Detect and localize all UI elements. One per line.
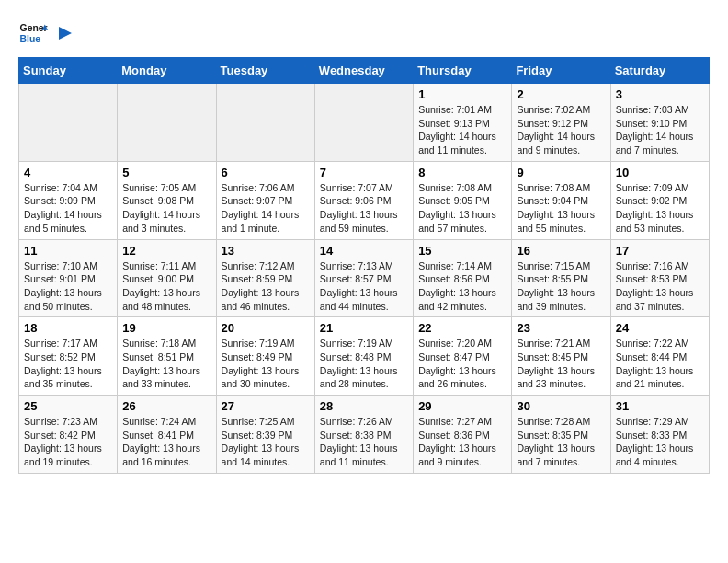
day-number: 4 (24, 166, 112, 179)
day-info: Sunrise: 7:14 AMSunset: 8:56 PMDaylight:… (418, 259, 506, 314)
header-tuesday: Tuesday (216, 58, 314, 84)
calendar-cell: 27Sunrise: 7:25 AMSunset: 8:39 PMDayligh… (216, 396, 314, 474)
day-number: 2 (517, 87, 605, 101)
day-number: 13 (222, 244, 310, 258)
day-number: 10 (616, 166, 704, 179)
day-number: 11 (24, 244, 112, 258)
day-info: Sunrise: 7:21 AMSunset: 8:45 PMDaylight:… (517, 337, 605, 391)
day-info: Sunrise: 7:22 AMSunset: 8:44 PMDaylight:… (616, 337, 704, 391)
calendar-cell: 30Sunrise: 7:28 AMSunset: 8:35 PMDayligh… (512, 396, 610, 474)
svg-text:Blue: Blue (20, 34, 41, 44)
day-info: Sunrise: 7:03 AMSunset: 9:10 PMDaylight:… (616, 103, 704, 157)
day-number: 29 (418, 399, 506, 413)
day-info: Sunrise: 7:13 AMSunset: 8:57 PMDaylight:… (320, 259, 408, 314)
calendar-cell: 19Sunrise: 7:18 AMSunset: 8:51 PMDayligh… (118, 317, 216, 396)
day-number: 18 (24, 321, 112, 335)
logo: General Blue (18, 18, 72, 48)
day-number: 25 (24, 399, 112, 413)
day-info: Sunrise: 7:28 AMSunset: 8:35 PMDaylight:… (517, 415, 605, 469)
day-number: 21 (320, 321, 408, 335)
day-info: Sunrise: 7:23 AMSunset: 8:42 PMDaylight:… (24, 415, 112, 469)
day-info: Sunrise: 7:24 AMSunset: 8:41 PMDaylight:… (122, 415, 210, 469)
calendar-cell: 1Sunrise: 7:01 AMSunset: 9:13 PMDaylight… (414, 84, 512, 162)
calendar-header-row: SundayMondayTuesdayWednesdayThursdayFrid… (19, 58, 710, 84)
calendar-cell: 16Sunrise: 7:15 AMSunset: 8:55 PMDayligh… (512, 239, 610, 317)
logo-triangle-icon (55, 25, 72, 41)
day-info: Sunrise: 7:20 AMSunset: 8:47 PMDaylight:… (418, 337, 506, 391)
header-wednesday: Wednesday (314, 58, 413, 84)
calendar-cell: 14Sunrise: 7:13 AMSunset: 8:57 PMDayligh… (314, 239, 413, 317)
day-number: 6 (222, 166, 310, 179)
day-number: 16 (517, 244, 605, 258)
calendar-cell: 10Sunrise: 7:09 AMSunset: 9:02 PMDayligh… (610, 161, 709, 239)
logo-icon: General Blue (18, 18, 48, 48)
day-info: Sunrise: 7:08 AMSunset: 9:04 PMDaylight:… (517, 181, 605, 236)
day-number: 9 (517, 166, 605, 179)
calendar-week-1: 1Sunrise: 7:01 AMSunset: 9:13 PMDaylight… (19, 84, 710, 162)
day-info: Sunrise: 7:05 AMSunset: 9:08 PMDaylight:… (122, 181, 210, 236)
calendar-cell: 6Sunrise: 7:06 AMSunset: 9:07 PMDaylight… (216, 161, 314, 239)
day-info: Sunrise: 7:12 AMSunset: 8:59 PMDaylight:… (222, 259, 310, 314)
day-info: Sunrise: 7:27 AMSunset: 8:36 PMDaylight:… (418, 415, 506, 469)
day-info: Sunrise: 7:25 AMSunset: 8:39 PMDaylight:… (222, 415, 310, 469)
calendar-cell: 21Sunrise: 7:19 AMSunset: 8:48 PMDayligh… (314, 317, 413, 396)
day-number: 19 (122, 321, 210, 335)
calendar-cell: 11Sunrise: 7:10 AMSunset: 9:01 PMDayligh… (19, 239, 118, 317)
day-info: Sunrise: 7:29 AMSunset: 8:33 PMDaylight:… (616, 415, 704, 469)
calendar-week-4: 18Sunrise: 7:17 AMSunset: 8:52 PMDayligh… (19, 317, 710, 396)
calendar-cell: 31Sunrise: 7:29 AMSunset: 8:33 PMDayligh… (610, 396, 709, 474)
calendar-cell: 23Sunrise: 7:21 AMSunset: 8:45 PMDayligh… (512, 317, 610, 396)
calendar-week-2: 4Sunrise: 7:04 AMSunset: 9:09 PMDaylight… (19, 161, 710, 239)
day-number: 12 (122, 244, 210, 258)
calendar-cell: 26Sunrise: 7:24 AMSunset: 8:41 PMDayligh… (118, 396, 216, 474)
day-number: 3 (616, 87, 704, 101)
day-number: 22 (418, 321, 506, 335)
calendar-cell: 29Sunrise: 7:27 AMSunset: 8:36 PMDayligh… (414, 396, 512, 474)
day-info: Sunrise: 7:07 AMSunset: 9:06 PMDaylight:… (320, 181, 408, 236)
header-sunday: Sunday (19, 58, 118, 84)
calendar-week-5: 25Sunrise: 7:23 AMSunset: 8:42 PMDayligh… (19, 396, 710, 474)
day-number: 30 (517, 399, 605, 413)
day-info: Sunrise: 7:15 AMSunset: 8:55 PMDaylight:… (517, 259, 605, 314)
header-monday: Monday (118, 58, 216, 84)
calendar-cell: 17Sunrise: 7:16 AMSunset: 8:53 PMDayligh… (610, 239, 709, 317)
svg-marker-3 (59, 27, 72, 40)
calendar-cell: 8Sunrise: 7:08 AMSunset: 9:05 PMDaylight… (414, 161, 512, 239)
day-info: Sunrise: 7:26 AMSunset: 8:38 PMDaylight:… (320, 415, 408, 469)
day-info: Sunrise: 7:19 AMSunset: 8:49 PMDaylight:… (222, 337, 310, 391)
day-number: 14 (320, 244, 408, 258)
header-saturday: Saturday (610, 58, 709, 84)
calendar-cell: 4Sunrise: 7:04 AMSunset: 9:09 PMDaylight… (19, 161, 118, 239)
day-info: Sunrise: 7:06 AMSunset: 9:07 PMDaylight:… (222, 181, 310, 236)
day-number: 31 (616, 399, 704, 413)
calendar-cell: 12Sunrise: 7:11 AMSunset: 9:00 PMDayligh… (118, 239, 216, 317)
day-info: Sunrise: 7:02 AMSunset: 9:12 PMDaylight:… (517, 103, 605, 157)
calendar-cell (314, 84, 413, 162)
calendar-cell: 28Sunrise: 7:26 AMSunset: 8:38 PMDayligh… (314, 396, 413, 474)
calendar-cell: 7Sunrise: 7:07 AMSunset: 9:06 PMDaylight… (314, 161, 413, 239)
day-number: 23 (517, 321, 605, 335)
calendar-cell: 25Sunrise: 7:23 AMSunset: 8:42 PMDayligh… (19, 396, 118, 474)
day-number: 17 (616, 244, 704, 258)
calendar-cell: 18Sunrise: 7:17 AMSunset: 8:52 PMDayligh… (19, 317, 118, 396)
calendar-cell (19, 84, 118, 162)
header-thursday: Thursday (414, 58, 512, 84)
calendar-cell: 20Sunrise: 7:19 AMSunset: 8:49 PMDayligh… (216, 317, 314, 396)
header-friday: Friday (512, 58, 610, 84)
calendar-cell: 9Sunrise: 7:08 AMSunset: 9:04 PMDaylight… (512, 161, 610, 239)
day-number: 1 (418, 87, 506, 101)
day-number: 28 (320, 399, 408, 413)
day-info: Sunrise: 7:16 AMSunset: 8:53 PMDaylight:… (616, 259, 704, 314)
day-info: Sunrise: 7:08 AMSunset: 9:05 PMDaylight:… (418, 181, 506, 236)
calendar-table: SundayMondayTuesdayWednesdayThursdayFrid… (18, 57, 710, 474)
calendar-cell: 5Sunrise: 7:05 AMSunset: 9:08 PMDaylight… (118, 161, 216, 239)
day-info: Sunrise: 7:10 AMSunset: 9:01 PMDaylight:… (24, 259, 112, 314)
page-header: General Blue (18, 18, 710, 48)
day-number: 15 (418, 244, 506, 258)
day-info: Sunrise: 7:19 AMSunset: 8:48 PMDaylight:… (320, 337, 408, 391)
day-number: 5 (122, 166, 210, 179)
calendar-week-3: 11Sunrise: 7:10 AMSunset: 9:01 PMDayligh… (19, 239, 710, 317)
day-info: Sunrise: 7:11 AMSunset: 9:00 PMDaylight:… (122, 259, 210, 314)
day-info: Sunrise: 7:09 AMSunset: 9:02 PMDaylight:… (616, 181, 704, 236)
day-info: Sunrise: 7:04 AMSunset: 9:09 PMDaylight:… (24, 181, 112, 236)
